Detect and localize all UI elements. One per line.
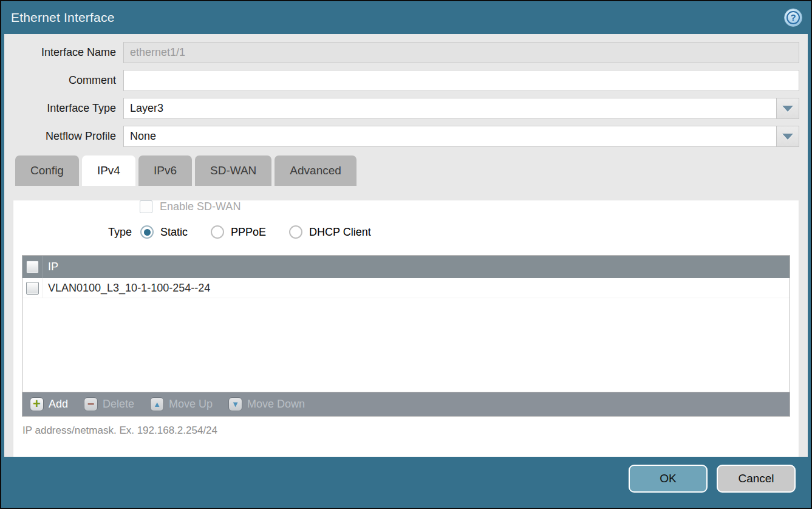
comment-label: Comment [13, 74, 123, 87]
interface-name-input [123, 42, 799, 63]
netflow-profile-row: Netflow Profile None [13, 126, 799, 147]
ip-table-header: IP [22, 256, 790, 278]
arrow-down-icon: ▼ [228, 397, 242, 411]
interface-type-dropdown[interactable]: Layer3 [123, 98, 799, 119]
interface-name-row: Interface Name [13, 42, 799, 63]
move-down-button[interactable]: ▼ Move Down [228, 397, 305, 411]
add-button[interactable]: + Add [30, 397, 68, 411]
interface-type-row: Interface Type Layer3 [13, 98, 799, 119]
row-checkbox[interactable] [26, 282, 39, 295]
radio-dhcp-client[interactable]: DHCP Client [289, 225, 371, 239]
ipv4-tab-panel: Enable SD-WAN Type Static PPPoE DHCP Cli… [13, 200, 799, 457]
ethernet-interface-dialog: Ethernet Interface ? Interface Name Comm… [0, 0, 812, 509]
help-icon[interactable]: ? [784, 9, 802, 27]
enable-sdwan-checkbox [140, 200, 152, 213]
move-up-button[interactable]: ▲ Move Up [150, 397, 213, 411]
ok-button[interactable]: OK [629, 465, 708, 493]
select-all-checkbox[interactable] [26, 261, 39, 273]
netflow-profile-dropdown-button[interactable] [776, 126, 799, 147]
radio-dhcp-client-label: DHCP Client [309, 226, 371, 239]
arrow-up-icon: ▲ [150, 397, 164, 411]
dialog-footer: OK Cancel [1, 457, 811, 508]
interface-type-value[interactable]: Layer3 [123, 98, 776, 119]
type-radio-group: Type Static PPPoE DHCP Client [108, 225, 799, 239]
interface-name-label: Interface Name [13, 46, 123, 59]
interface-type-label: Interface Type [13, 102, 123, 115]
dialog-title: Ethernet Interface [11, 10, 115, 25]
plus-icon: + [30, 397, 44, 411]
dialog-titlebar: Ethernet Interface ? [1, 1, 811, 34]
tab-ipv6[interactable]: IPv6 [138, 155, 192, 186]
tab-ipv4[interactable]: IPv4 [82, 155, 135, 186]
chevron-down-icon [782, 106, 793, 112]
enable-sdwan-row: Enable SD-WAN [140, 200, 799, 213]
radio-static-label: Static [160, 226, 188, 239]
radio-pppoe[interactable]: PPPoE [211, 225, 266, 239]
delete-button-label: Delete [103, 398, 134, 411]
netflow-profile-value[interactable]: None [123, 126, 776, 147]
dialog-content: Interface Name Comment Interface Type La… [4, 34, 808, 457]
question-mark-icon: ? [786, 11, 800, 24]
netflow-profile-label: Netflow Profile [13, 130, 123, 143]
type-label: Type [108, 226, 132, 239]
radio-dhcp-client-icon[interactable] [289, 225, 302, 239]
row-checkbox-cell [22, 278, 43, 298]
add-button-label: Add [49, 398, 68, 411]
cancel-button[interactable]: Cancel [717, 465, 796, 493]
delete-button[interactable]: − Delete [84, 397, 134, 411]
minus-icon: − [84, 397, 98, 411]
comment-input[interactable] [123, 70, 799, 91]
ip-column-header: IP [43, 261, 58, 273]
move-up-button-label: Move Up [169, 398, 213, 411]
ip-table-body: VLAN0100_L3_10-1-100-254--24 [22, 278, 790, 392]
tab-bar: Config IPv4 IPv6 SD-WAN Advanced [15, 155, 799, 186]
radio-static[interactable]: Static [140, 225, 188, 239]
enable-sdwan-label: Enable SD-WAN [160, 200, 241, 213]
chevron-down-icon [782, 134, 793, 140]
ip-address-value[interactable]: VLAN0100_L3_10-1-100-254--24 [43, 282, 210, 295]
netflow-profile-dropdown[interactable]: None [123, 126, 799, 147]
radio-pppoe-label: PPPoE [231, 226, 266, 239]
radio-static-icon[interactable] [140, 225, 154, 239]
table-row[interactable]: VLAN0100_L3_10-1-100-254--24 [22, 278, 790, 298]
ip-table-select-all-cell [22, 256, 43, 278]
ip-table-toolbar: + Add − Delete ▲ Move Up ▼ Move Down [22, 392, 790, 417]
tab-sdwan[interactable]: SD-WAN [195, 155, 271, 186]
tab-advanced[interactable]: Advanced [275, 155, 357, 186]
comment-row: Comment [13, 70, 799, 91]
ip-format-hint: IP address/netmask. Ex. 192.168.2.254/24 [13, 417, 799, 437]
move-down-button-label: Move Down [247, 398, 305, 411]
radio-pppoe-icon[interactable] [211, 225, 224, 239]
tab-config[interactable]: Config [15, 155, 79, 186]
ip-table: IP VLAN0100_L3_10-1-100-254--24 [22, 255, 790, 392]
interface-type-dropdown-button[interactable] [776, 98, 799, 119]
